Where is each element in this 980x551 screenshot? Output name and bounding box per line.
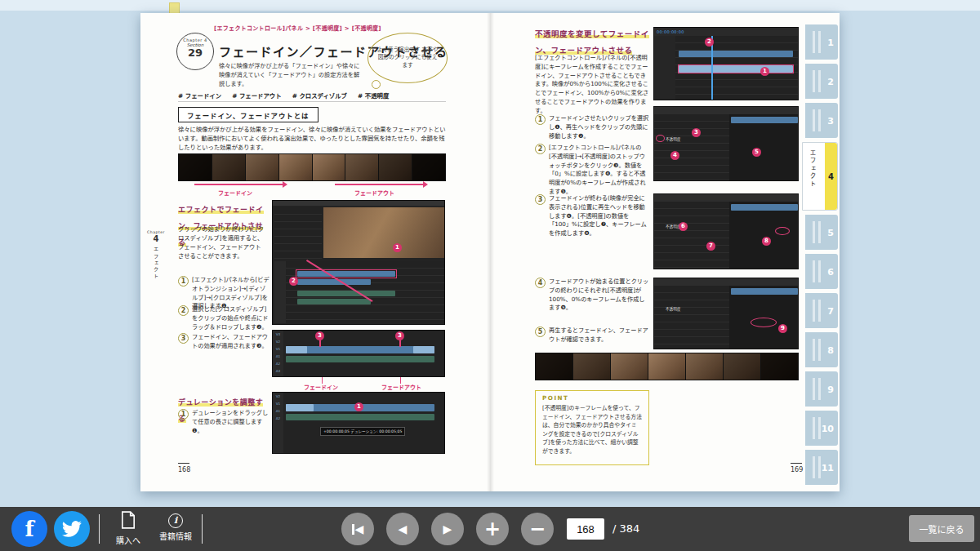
film-strip-result bbox=[535, 353, 799, 380]
track-label: A3 bbox=[273, 367, 283, 375]
toolbar-divider bbox=[202, 514, 203, 544]
purchase-button[interactable]: 購入へ bbox=[107, 511, 149, 546]
track-label: V2 bbox=[273, 393, 283, 400]
page-number-left: 168 bbox=[178, 466, 190, 473]
chapter-tab-4-active[interactable]: エフェクト 4 bbox=[802, 142, 838, 211]
track-header-column: V3 V2 V1 A1 A2 A3 bbox=[273, 331, 283, 377]
chapter-tab-6[interactable]: 6 bbox=[805, 254, 838, 289]
prev-page-button[interactable]: ◀ bbox=[386, 513, 419, 545]
shot-header bbox=[654, 107, 799, 114]
premiere-screenshot-c: 不透明度 6 7 8 bbox=[653, 193, 799, 269]
opacity-row-label: 不透明度 bbox=[666, 306, 680, 311]
callout-badge: 4 bbox=[670, 151, 679, 160]
film-frame bbox=[724, 353, 760, 380]
audio-clip bbox=[297, 291, 395, 296]
chapter-tab-9[interactable]: 9 bbox=[805, 371, 838, 407]
plus-icon: + bbox=[484, 518, 501, 540]
chapter-tab-1[interactable]: 1 bbox=[805, 24, 838, 60]
stopwatch-annotation bbox=[656, 135, 665, 142]
keyword: # フェードアウト bbox=[232, 91, 282, 100]
callout-badge: 3 bbox=[692, 128, 701, 137]
step-number: 1 bbox=[178, 276, 189, 287]
timeline-clip bbox=[297, 279, 371, 285]
pageno-rule bbox=[791, 463, 802, 464]
premiere-screenshot-b: 不透明度 3 4 5 bbox=[653, 106, 799, 181]
callout-badge: 1 bbox=[760, 67, 769, 76]
first-page-bar-icon bbox=[352, 524, 354, 535]
audio-clip bbox=[297, 299, 371, 304]
keyword: # クロスディゾルブ bbox=[292, 91, 347, 100]
fade-in-arrow bbox=[194, 184, 283, 185]
callout-badge: 1 bbox=[354, 402, 363, 411]
chapter-tab-11[interactable]: 11 bbox=[805, 450, 838, 485]
chapter-tab-7[interactable]: 7 bbox=[805, 293, 838, 328]
duration-tooltip: +00:00:00;05 デュレーション: 00:00:05;05 bbox=[320, 427, 405, 436]
back-to-list-button[interactable]: 一覧に戻る bbox=[909, 515, 974, 542]
dissolve-region bbox=[413, 346, 434, 353]
op-step-4: 4 フェードアウトが始まる位置とクリップの終わりにそれぞれ[不透明度]が100%… bbox=[535, 278, 649, 313]
first-page-button[interactable]: ◀ bbox=[341, 513, 374, 545]
duration-step-1: 1 デュレーションをドラッグして任意の長さに調整します❶。 bbox=[178, 409, 270, 435]
track-label: V3 bbox=[273, 331, 283, 338]
film-frame bbox=[536, 353, 572, 380]
step-number: 5 bbox=[535, 327, 546, 337]
mini-timeline bbox=[729, 202, 799, 269]
step-number: 4 bbox=[535, 278, 546, 288]
effect-controls-list bbox=[654, 114, 729, 181]
film-frame bbox=[345, 154, 378, 180]
chapter-tab-10[interactable]: 10 bbox=[805, 411, 838, 446]
facebook-share-button[interactable]: f bbox=[11, 511, 47, 547]
zoom-out-button[interactable]: − bbox=[521, 513, 554, 545]
zoom-in-button[interactable]: + bbox=[476, 513, 509, 545]
track-header-column bbox=[274, 261, 286, 323]
film-frame bbox=[611, 353, 648, 380]
face-doodle-icon bbox=[372, 80, 381, 89]
callout-badge: 2 bbox=[289, 277, 298, 286]
step-text: 選択した[クロスディゾルブ]をクリップの始点や終点にドラッグ＆ドロップします❷。 bbox=[192, 305, 270, 331]
chapter-tab-2[interactable]: 2 bbox=[805, 64, 838, 99]
track-label: V1 bbox=[273, 345, 283, 353]
premiere-screenshot-d: 不透明度 9 bbox=[653, 278, 799, 349]
film-frame bbox=[179, 154, 212, 180]
edge-chapter-title: エフェクト bbox=[153, 247, 160, 280]
fade-out-label: フェードアウト bbox=[354, 189, 394, 197]
callout-badge: 2 bbox=[705, 38, 714, 47]
step-text: フェードインが終わる(映像が完全に表示される)位置に再生ヘッドを移動します❻。[… bbox=[549, 194, 649, 238]
effect-controls-list bbox=[654, 202, 729, 269]
chapter-tab-5[interactable]: 5 bbox=[805, 215, 838, 250]
page-number-right: 169 bbox=[791, 466, 803, 473]
audio-clip bbox=[286, 356, 434, 362]
op-step-1: 1 フェードインさせたいクリップを選択し❶、再生ヘッドをクリップの先頭に移動しま… bbox=[535, 114, 649, 140]
keyframe-annotation bbox=[775, 227, 790, 235]
step-text: [エフェクトコントロール]パネルの[不透明度]→[不透明度]のストップウォッチボ… bbox=[549, 144, 649, 197]
next-icon: ▶ bbox=[443, 522, 452, 535]
premiere-screenshot-duration: V2 V1 A1 A2 1 +00:00:00;05 デュレーション: 00:0… bbox=[272, 392, 445, 454]
twitter-share-button[interactable] bbox=[54, 511, 90, 547]
next-page-button[interactable]: ▶ bbox=[431, 513, 464, 545]
ebook-viewer: [エフェクトコントロール]パネル > [不透明度] > [不透明度] Chapt… bbox=[0, 0, 980, 551]
lead-text: 徐々に映像が浮かび上がる「フェードイン」や徐々に映像が消えていく「フェードアウト… bbox=[219, 62, 364, 88]
fx-step-3: 3 フェードイン、フェードアウトの効果が適用されます❸。 bbox=[178, 333, 270, 351]
keyword: # 不透明度 bbox=[358, 91, 389, 100]
chapter-tab-8[interactable]: 8 bbox=[805, 332, 838, 367]
step-text: フェードアウトが始まる位置とクリップの終わりにそれぞれ[不透明度]が100%、0… bbox=[549, 278, 649, 313]
premiere-screenshot-timeline: V3 V2 V1 A1 A2 A3 3 3 bbox=[272, 330, 445, 377]
page-number-input[interactable] bbox=[567, 518, 604, 540]
breadcrumb: [エフェクトコントロール]パネル > [不透明度] > [不透明度] bbox=[214, 24, 381, 32]
pageno-rule bbox=[178, 463, 189, 464]
point-label: POINT bbox=[542, 394, 568, 402]
film-frame bbox=[313, 154, 345, 180]
book-info-button[interactable]: i 書籍情報 bbox=[153, 511, 198, 542]
section-badge: Chapter 4 Section 29 bbox=[176, 33, 214, 70]
mini-clip bbox=[731, 117, 798, 123]
facebook-icon: f bbox=[24, 517, 33, 541]
annotation-box bbox=[296, 269, 397, 278]
fade-in-label: フェードイン bbox=[304, 383, 338, 391]
chapter-tab-3[interactable]: 3 bbox=[805, 103, 838, 138]
book-gutter bbox=[487, 13, 494, 491]
track-label: A1 bbox=[273, 407, 283, 415]
fade-out-arrow bbox=[335, 184, 423, 185]
audio-clip bbox=[286, 414, 434, 420]
info-icon: i bbox=[168, 513, 183, 528]
callout-badge: 1 bbox=[393, 243, 402, 252]
